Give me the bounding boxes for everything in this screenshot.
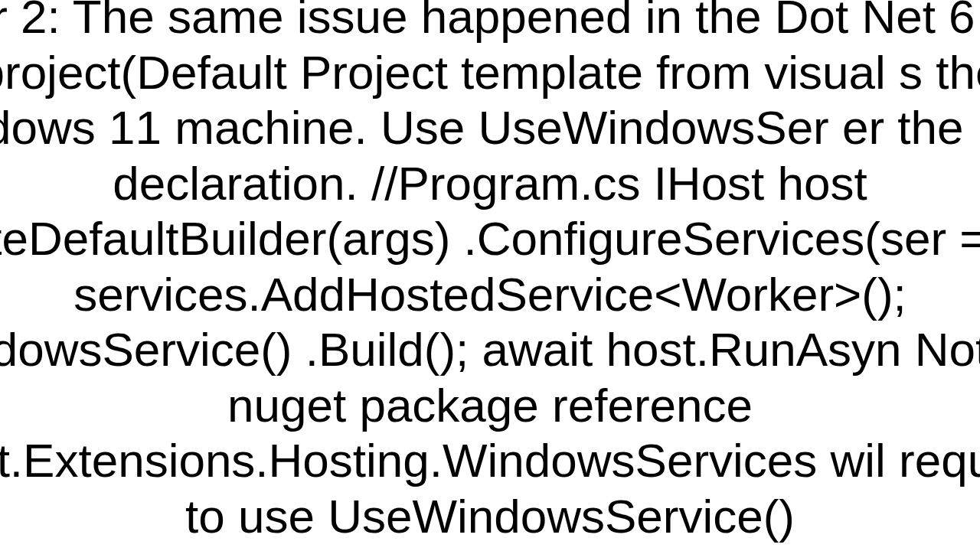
document-viewport: er 2: The same issue happened in the Dot…: [0, 0, 980, 551]
answer-body-text: er 2: The same issue happened in the Dot…: [0, 0, 980, 544]
